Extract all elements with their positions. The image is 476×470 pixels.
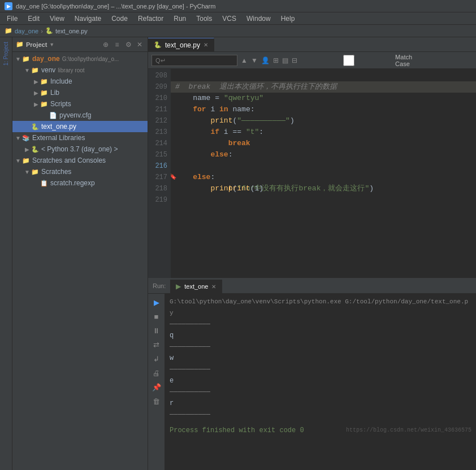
run-print-btn[interactable]: 🖨 [150,367,163,379]
project-vtab[interactable]: 1: Project [2,40,10,68]
tree-item-lib[interactable]: ▶ 📁 Lib [12,87,148,98]
run-pin-btn[interactable]: 📌 [150,381,163,393]
search-bar: ▲ ▼ 👤 ⊞ ▤ ⊟ Match Case Words [148,52,476,69]
tree-item-venv[interactable]: ▼ 📁 venv library root [12,64,148,76]
run-pause-btn[interactable]: ⏸ [150,324,163,337]
collapse-icon[interactable]: ≡ [112,40,122,49]
run-tab-icon: ▶ [176,282,181,290]
editor-tab-close[interactable]: ✕ [204,42,208,48]
line-num-216: 216 [148,160,167,172]
line-num-215: 215 [148,149,167,160]
tree-item-scratches-consoles[interactable]: ▼ 📁 Scratches and Consoles [12,155,148,166]
menu-item-refactor[interactable]: Refactor [133,14,168,24]
editor-tab-bar: 🐍 text_one.py ✕ [148,37,476,52]
match-case-label[interactable]: Match Case [304,54,425,67]
line-num-212: 212 [148,115,167,127]
run-sep-4: —————————— [170,386,471,398]
add-icon[interactable]: ⊕ [101,40,110,49]
tree-item-text-one-py[interactable]: 🐍 text_one.py [12,121,148,132]
breadcrumb-sep: › [41,28,43,34]
tree-item-include[interactable]: ▶ 📁 Include [12,76,148,87]
editor-tab-label: text_one.py [165,41,200,49]
code-line-212: print("——————————") [171,115,476,127]
vertical-tab-bar: 1: Project [0,37,12,470]
project-dropdown-icon[interactable]: ▼ [49,42,54,47]
menu-item-code[interactable]: Code [107,14,132,24]
line-num-210: 210 [148,93,167,104]
tree-item-scratch-regexp[interactable]: 📋 scratch.regexp [12,177,148,189]
words-label[interactable]: Words [432,55,476,66]
line-num-217: 217 [148,172,167,183]
run-output[interactable]: G:\tool\python\day_one\venv\Scripts\pyth… [165,294,476,470]
code-editor: 208 209 210 211 212 213 214 215 216 217 … [148,69,476,278]
tree-root[interactable]: ▼ 📁 day_one G:\tool\python\day_o... [12,53,148,64]
line-num-213: 213 [148,127,167,138]
run-play-btn[interactable]: ▶ [150,296,163,308]
breadcrumb-file: text_one.py [55,28,88,34]
folder-icon: 📁 [5,27,12,34]
menu-item-view[interactable]: View [45,14,69,24]
search-prev-btn[interactable]: ▲ [241,55,248,66]
menu-item-run[interactable]: Run [169,14,191,24]
line-num-209: 209 [148,81,167,93]
right-panel: 🐍 text_one.py ✕ ▲ ▼ 👤 ⊞ ▤ ⊟ Match Case W… [148,37,476,470]
titlebar: ▶ day_one [G:\tool\python\day_one] – ...… [0,0,476,12]
menu-item-window[interactable]: Window [242,14,275,24]
tree-item-pyvenv[interactable]: 📄 pyvenv.cfg [12,110,148,121]
project-tree: ▼ 📁 day_one G:\tool\python\day_o... ▼ 📁 … [12,52,148,470]
app-icon: ▶ [5,2,12,10]
code-content[interactable]: # break 退出本次循环，不再执行往下的数据 name = "qwertyu… [171,69,476,278]
project-tab-header: 📁 Project ▼ ⊕ ≡ ⚙ ✕ [12,37,148,52]
code-line-211: for i in name: [171,104,476,115]
run-wrap-btn[interactable]: ↲ [150,352,163,365]
code-line-213: if i == "t": [171,127,476,138]
menu-item-tools[interactable]: Tools [192,14,217,24]
run-sidebar: ▶ ■ ⏸ ⇄ ↲ 🖨 📌 🗑 [148,294,165,470]
menu-item-vcs[interactable]: VCS [218,14,241,24]
code-line-216: 🔖 print(i) [171,160,476,172]
main-layout: 1: Project 📁 Project ▼ ⊕ ≡ ⚙ ✕ ▼ 📁 day_o… [0,37,476,470]
code-line-210: name = "qwertyu" [171,93,476,104]
run-redirect-btn[interactable]: ⇄ [150,338,163,351]
breadcrumb-root: day_one [15,28,38,34]
code-line-209: # break 退出本次循环，不再执行往下的数据 [171,81,476,93]
code-line-208 [171,70,476,81]
menu-item-navigate[interactable]: Navigate [70,14,106,24]
run-tab-bar: Run: ▶ text_one ✕ [148,279,476,294]
search-filter-icon[interactable]: ⊞ [273,55,279,66]
search-funnel-icon[interactable]: ⊟ [292,55,297,66]
search-next-btn[interactable]: ▼ [251,55,258,66]
line-numbers: 208 209 210 211 212 213 214 215 216 217 … [148,69,171,278]
tree-item-scripts[interactable]: ▶ 📁 Scripts [12,98,148,110]
run-watermark: https://blog.csdn.net/weixin_43636575 [346,425,471,436]
run-sep-5: —————————— [170,409,471,420]
menu-item-file[interactable]: File [2,14,22,24]
line-num-208: 208 [148,70,167,81]
menu-item-edit[interactable]: Edit [23,14,44,24]
tab-file-icon: 🐍 [154,41,162,49]
project-tab-label: 📁 Project ▼ [16,41,54,48]
search-find-icon[interactable]: 👤 [261,55,270,66]
tree-item-scratches[interactable]: ▼ 📁 Scratches [12,166,148,177]
close-panel-icon[interactable]: ✕ [135,40,144,49]
tree-item-python37[interactable]: ▶ 🐍 < Python 3.7 (day_one) > [12,143,148,155]
line-num-219: 219 [148,194,167,206]
tree-item-ext-libs[interactable]: ▼ 📚 External Libraries [12,132,148,143]
code-line-214: break [171,138,476,149]
settings-icon[interactable]: ⚙ [124,40,133,49]
project-folder-icon: 📁 [16,41,24,48]
match-case-checkbox[interactable] [304,55,393,66]
editor-tab-text-one-py[interactable]: 🐍 text_one.py ✕ [148,38,214,51]
project-panel: 📁 Project ▼ ⊕ ≡ ⚙ ✕ ▼ 📁 day_one G:\tool\… [12,37,148,470]
run-tab-close[interactable]: ✕ [211,284,216,290]
words-checkbox[interactable] [432,55,476,66]
run-trash-btn[interactable]: 🗑 [150,395,163,407]
run-char-r: r [170,398,471,409]
run-label: Run: [148,278,170,293]
run-char-q: q [170,330,471,341]
run-tab-text-one[interactable]: ▶ text_one ✕ [170,280,222,293]
run-stop-btn[interactable]: ■ [150,310,163,323]
search-input[interactable] [152,55,237,66]
menu-item-help[interactable]: Help [276,14,300,24]
search-filter2-icon[interactable]: ▤ [282,55,288,66]
